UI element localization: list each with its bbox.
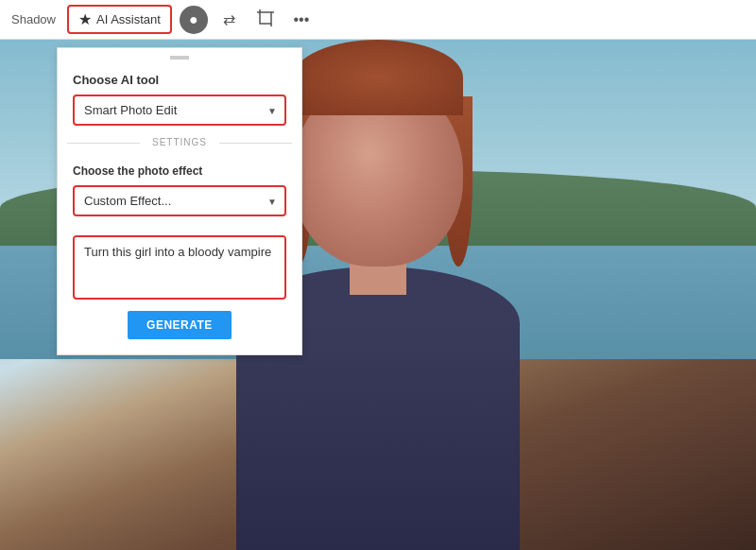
- swap-icon: ⇄: [223, 10, 235, 28]
- prompt-textarea-wrapper: Turn this girl into a bloody vampire: [73, 235, 286, 300]
- shadow-label: Shadow: [11, 12, 56, 26]
- choose-tool-section: Choose AI tool Smart Photo Edit AI Enhan…: [58, 63, 301, 126]
- generate-button[interactable]: GENERATE: [128, 311, 232, 339]
- choose-tool-label: Choose AI tool: [73, 73, 286, 87]
- hair-top: [293, 40, 463, 115]
- circle-tool-button[interactable]: ●: [180, 6, 208, 34]
- settings-divider: SETTINGS: [58, 137, 301, 147]
- ai-assistant-button[interactable]: ★ AI Assistant: [67, 5, 172, 34]
- crop-button[interactable]: [251, 6, 280, 34]
- ai-panel: Choose AI tool Smart Photo Edit AI Enhan…: [57, 47, 302, 355]
- effect-select-wrapper: Custom Effect... Vintage Noir Dreamy: [73, 185, 286, 216]
- more-button[interactable]: •••: [287, 6, 316, 34]
- effect-label: Choose the photo effect: [73, 164, 286, 178]
- ai-tool-select-wrapper: Smart Photo Edit AI Enhancer Background …: [73, 95, 286, 126]
- circle-icon: ●: [189, 11, 198, 28]
- crop-icon: [257, 9, 274, 30]
- ai-tool-select[interactable]: Smart Photo Edit AI Enhancer Background …: [73, 95, 286, 126]
- more-icon: •••: [294, 11, 310, 28]
- toolbar: Shadow ★ AI Assistant ● ⇄ •••: [0, 0, 756, 40]
- ai-assistant-label: AI Assistant: [96, 12, 161, 26]
- svg-rect-0: [260, 12, 271, 24]
- effect-select[interactable]: Custom Effect... Vintage Noir Dreamy: [73, 185, 286, 216]
- panel-drag-handle: [170, 56, 189, 60]
- effect-section: Choose the photo effect Custom Effect...…: [58, 155, 301, 216]
- star-icon: ★: [78, 10, 92, 28]
- swap-button[interactable]: ⇄: [215, 6, 244, 34]
- prompt-section: Turn this girl into a bloody vampire: [58, 226, 301, 300]
- prompt-textarea[interactable]: Turn this girl into a bloody vampire: [75, 237, 284, 294]
